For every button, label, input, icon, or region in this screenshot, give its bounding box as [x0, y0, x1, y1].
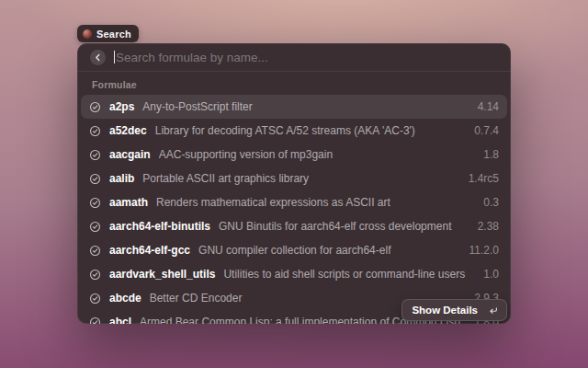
check-circle-icon	[89, 197, 101, 209]
results-area: Formulae a2ps Any-to-PostScript filter 4…	[77, 72, 511, 324]
formula-description: GNU Binutils for aarch64-elf cross devel…	[219, 220, 469, 233]
window-title: Search	[96, 29, 131, 40]
formula-name: abcde	[109, 292, 141, 305]
check-circle-icon	[89, 293, 101, 305]
formula-description: GNU compiler collection for aarch64-elf	[198, 244, 460, 257]
search-bar	[77, 43, 511, 72]
result-row[interactable]: aarch64-elf-binutils GNU Binutils for aa…	[81, 214, 507, 238]
formula-description: Utilities to aid shell scripts or comman…	[223, 268, 475, 281]
window-title-badge: Search	[77, 25, 139, 42]
search-palette-window: Formulae a2ps Any-to-PostScript filter 4…	[77, 43, 511, 324]
result-row[interactable]: a52dec Library for decoding ATSC A/52 st…	[81, 119, 507, 143]
check-circle-icon	[89, 149, 101, 161]
result-row[interactable]: aamath Renders mathematical expressions …	[81, 190, 507, 214]
result-row[interactable]: aalib Portable ASCII art graphics librar…	[81, 167, 507, 190]
result-row[interactable]: a2ps Any-to-PostScript filter 4.14	[81, 95, 507, 119]
formula-name: a2ps	[109, 100, 134, 113]
check-circle-icon	[89, 316, 101, 325]
formula-name: aarch64-elf-binutils	[109, 220, 210, 233]
formula-version: 4.14	[478, 100, 499, 113]
result-row[interactable]: aarch64-elf-gcc GNU compiler collection …	[81, 238, 507, 262]
return-key-icon	[487, 305, 499, 316]
check-circle-icon	[89, 173, 101, 185]
formula-description: AAC-supporting version of mp3gain	[159, 148, 476, 161]
search-input-wrap	[114, 51, 498, 64]
formula-name: aarch64-elf-gcc	[109, 244, 190, 257]
formula-name: abcl	[109, 316, 131, 324]
formula-version: 1.4rc5	[469, 172, 499, 185]
check-circle-icon	[89, 245, 101, 257]
formula-name: a52dec	[109, 124, 147, 137]
formula-version: 0.7.4	[474, 124, 499, 137]
check-circle-icon	[89, 221, 101, 233]
formula-description: Library for decoding ATSC A/52 streams (…	[155, 124, 467, 137]
homebrew-icon	[83, 29, 92, 39]
formula-version: 1.8	[483, 148, 499, 161]
formula-version: 0.3	[483, 196, 499, 209]
text-caret	[114, 51, 115, 63]
show-details-label: Show Details	[412, 305, 478, 316]
formula-version: 2.38	[478, 220, 499, 233]
check-circle-icon	[89, 269, 101, 281]
formula-name: aalib	[109, 172, 134, 185]
formula-name: aacgain	[109, 148, 151, 161]
formula-description: Renders mathematical expressions as ASCI…	[156, 196, 475, 209]
formula-description: Portable ASCII art graphics library	[142, 172, 459, 185]
formula-name: aamath	[109, 196, 148, 209]
results-list: a2ps Any-to-PostScript filter 4.14 a52de…	[77, 95, 511, 324]
back-button[interactable]	[90, 50, 106, 65]
check-circle-icon	[89, 101, 101, 113]
desktop-wallpaper: Search Formulae	[0, 0, 588, 368]
formula-name: aardvark_shell_utils	[109, 268, 215, 281]
search-input[interactable]	[114, 51, 498, 64]
check-circle-icon	[89, 125, 101, 137]
formula-version: 11.2.0	[469, 244, 499, 257]
section-header: Formulae	[92, 79, 511, 90]
chevron-left-icon	[93, 52, 103, 63]
result-row[interactable]: aardvark_shell_utils Utilities to aid sh…	[81, 262, 507, 286]
show-details-button[interactable]: Show Details	[401, 299, 507, 321]
formula-description: Any-to-PostScript filter	[142, 100, 469, 113]
result-row[interactable]: aacgain AAC-supporting version of mp3gai…	[81, 143, 507, 167]
formula-version: 1.0	[483, 268, 499, 281]
